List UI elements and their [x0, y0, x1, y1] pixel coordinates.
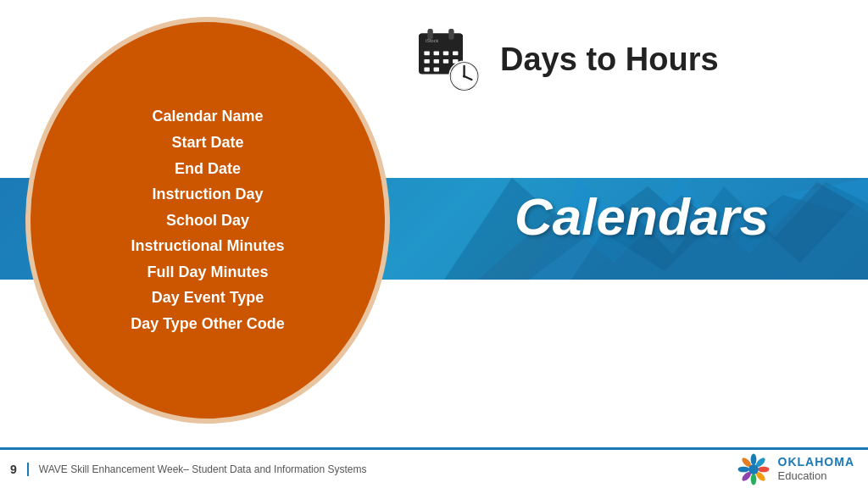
- svg-rect-10: [453, 51, 458, 55]
- svg-rect-12: [434, 59, 439, 64]
- svg-point-24: [750, 453, 756, 464]
- svg-rect-6: [448, 29, 453, 40]
- svg-point-32: [748, 464, 759, 474]
- calendars-label: Calendars: [415, 186, 868, 247]
- circle-content: Calendar NameStart DateEnd DateInstructi…: [131, 103, 285, 336]
- svg-rect-7: [424, 51, 429, 55]
- circle-list-item: Instruction Day: [131, 181, 285, 208]
- orange-circle: Calendar NameStart DateEnd DateInstructi…: [25, 17, 390, 424]
- circle-list-item: School Day: [131, 208, 285, 234]
- svg-rect-16: [434, 68, 439, 72]
- svg-point-30: [737, 466, 748, 472]
- svg-point-22: [463, 75, 465, 77]
- svg-rect-8: [434, 51, 439, 55]
- svg-text:iStock: iStock: [426, 38, 438, 43]
- svg-point-26: [758, 466, 769, 472]
- oklahoma-label: OKLAHOMA: [778, 455, 854, 469]
- circle-list-item: Day Event Type: [131, 285, 285, 311]
- education-label: Education: [778, 469, 854, 483]
- svg-rect-15: [424, 68, 429, 72]
- circle-list-item: Start Date: [131, 130, 285, 156]
- svg-rect-11: [424, 59, 429, 64]
- footer: 9 WAVE Skill Enhancement Week– Student D…: [0, 447, 868, 488]
- circle-list-item: End Date: [131, 156, 285, 182]
- footer-description: WAVE Skill Enhancement Week– Student Dat…: [29, 463, 736, 475]
- circle-list-item: Day Type Other Code: [131, 311, 285, 337]
- days-to-hours-title: Days to Hours: [500, 42, 719, 78]
- ok-logo-text: OKLAHOMA Education: [778, 455, 854, 482]
- ok-education-icon: [736, 452, 771, 487]
- calendar-clock-icon: iStock: [415, 25, 483, 93]
- svg-rect-9: [443, 51, 448, 55]
- circle-list-item: Calendar Name: [131, 103, 285, 130]
- circle-list-item: Instructional Minutes: [131, 233, 285, 259]
- svg-rect-13: [443, 59, 448, 64]
- page-number: 9: [0, 463, 29, 476]
- footer-logo: OKLAHOMA Education: [736, 452, 868, 487]
- circle-list-item: Full Day Minutes: [131, 259, 285, 286]
- header-section: iStock Days to Hours: [415, 25, 719, 93]
- svg-point-28: [750, 474, 756, 485]
